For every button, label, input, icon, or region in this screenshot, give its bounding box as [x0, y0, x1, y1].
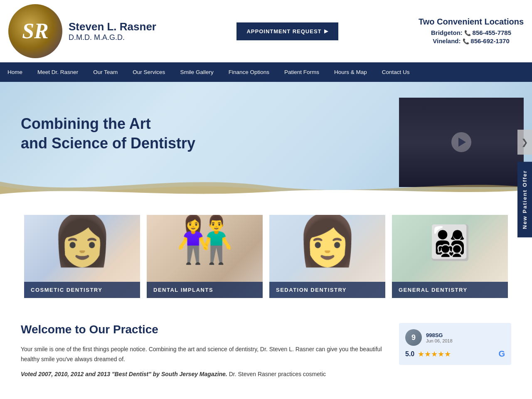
new-patient-offer-button[interactable]: New Patient Offer — [517, 162, 532, 237]
nav-hours[interactable]: Hours & Map — [327, 62, 374, 82]
phone-icon-2: 📞 — [463, 38, 471, 44]
reviewer-avatar: 9 — [405, 329, 422, 346]
general-label: GENERAL DENTISTRY — [392, 282, 508, 298]
nav-services[interactable]: Our Services — [125, 62, 172, 82]
service-card-sedation[interactable]: SEDATION DENTISTRY — [269, 215, 385, 298]
service-card-cosmetic[interactable]: COSMETIC DENTISTRY — [24, 215, 140, 298]
nav-home[interactable]: Home — [0, 62, 30, 82]
review-score-row: 5.0 ★★★★★ G — [405, 349, 505, 359]
hero-headline: Combining the Art and Science of Dentist… — [21, 114, 387, 153]
doctor-credentials: D.M.D. M.A.G.D. — [69, 33, 156, 42]
phone-icon: 📞 — [464, 30, 473, 36]
review-card: 9 998SG Jun 06, 2018 5.0 ★★★★★ G — [399, 323, 511, 365]
google-logo: G — [498, 349, 505, 359]
doctor-info: Steven L. Rasner D.M.D. M.A.G.D. — [69, 20, 156, 42]
bridgeton-line: Bridgeton: 📞 856-455-7785 — [419, 29, 524, 36]
reviewer-name: 998SG — [426, 332, 453, 338]
nav-contact[interactable]: Contact Us — [374, 62, 417, 82]
main-nav: Home Meet Dr. Rasner Our Team Our Servic… — [0, 62, 532, 82]
implants-label: DENTAL IMPLANTS — [147, 282, 263, 298]
review-stars: ★★★★★ — [418, 350, 451, 359]
arrow-icon: ▶ — [324, 28, 328, 34]
hero-section: Combining the Art and Science of Dentist… — [0, 82, 532, 202]
nav-finance[interactable]: Finance Options — [221, 62, 277, 82]
welcome-paragraph-2: Voted 2007, 2010, 2012 and 2013 "Best De… — [21, 369, 387, 379]
reviewer-date: Jun 06, 2018 — [426, 338, 453, 343]
service-card-general[interactable]: GENERAL DENTISTRY — [392, 215, 508, 298]
logo-initials: SR — [22, 20, 49, 42]
nav-meet[interactable]: Meet Dr. Rasner — [30, 62, 86, 82]
locations-info: Two Convenient Locations Bridgeton: 📞 85… — [419, 17, 524, 46]
doctor-name: Steven L. Rasner — [69, 20, 156, 33]
sedation-label: SEDATION DENTISTRY — [269, 282, 385, 298]
reviewer-info: 998SG Jun 06, 2018 — [426, 332, 453, 343]
welcome-paragraph-1: Your smile is one of the first things pe… — [21, 345, 387, 365]
appointment-button[interactable]: APPOINTMENT REQUEST ▶ — [236, 22, 338, 40]
services-grid: COSMETIC DENTISTRY DENTAL IMPLANTS SEDAT… — [0, 215, 532, 298]
review-header: 9 998SG Jun 06, 2018 — [405, 329, 505, 346]
welcome-text: Welcome to Our Practice Your smile is on… — [21, 323, 387, 384]
welcome-section: Welcome to Our Practice Your smile is on… — [0, 315, 532, 397]
welcome-title: Welcome to Our Practice — [21, 323, 387, 336]
voted-text: Voted 2007, 2010, 2012 and 2013 "Best De… — [21, 371, 227, 377]
vineland-line: Vineland: 📞 856-692-1370 — [419, 37, 524, 44]
header-left: SR Steven L. Rasner D.M.D. M.A.G.D. — [8, 4, 156, 58]
review-score-number: 5.0 — [405, 350, 414, 358]
nav-team[interactable]: Our Team — [86, 62, 125, 82]
locations-title: Two Convenient Locations — [419, 17, 524, 27]
nav-gallery[interactable]: Smile Gallery — [172, 62, 221, 82]
cosmetic-label: COSMETIC DENTISTRY — [24, 282, 140, 298]
service-card-implants[interactable]: DENTAL IMPLANTS — [147, 215, 263, 298]
hero-wave — [0, 173, 532, 202]
logo[interactable]: SR — [8, 4, 62, 58]
nav-forms[interactable]: Patient Forms — [277, 62, 327, 82]
site-header: SR Steven L. Rasner D.M.D. M.A.G.D. APPO… — [0, 0, 532, 62]
hero-next-button[interactable]: ❯ — [517, 130, 532, 155]
